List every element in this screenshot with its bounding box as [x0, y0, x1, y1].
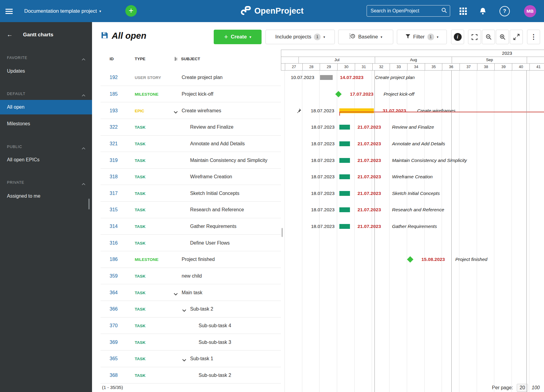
work-package-id-link[interactable]: 316 [110, 240, 118, 246]
table-row[interactable]: 316TASKDefine User Flows [92, 235, 281, 251]
table-row[interactable]: 186MILESTONEProject finished [92, 251, 281, 268]
chevron-up-icon[interactable] [82, 145, 85, 148]
sidebar-section-default[interactable]: DEFAULT [7, 92, 25, 96]
gantt-bar[interactable] [339, 224, 350, 229]
gantt-bar[interactable] [339, 108, 374, 113]
create-button[interactable]: + Create ▾ [214, 30, 262, 44]
milestone-diamond[interactable] [407, 256, 413, 263]
work-package-id-link[interactable]: 364 [110, 290, 118, 295]
work-package-id-link[interactable]: 318 [110, 174, 118, 180]
save-icon[interactable] [101, 32, 108, 40]
work-package-id-link[interactable]: 369 [110, 340, 118, 345]
milestone-diamond[interactable] [335, 91, 341, 97]
collapse-children-icon[interactable] [182, 357, 186, 360]
work-package-subject[interactable]: Sub-sub-task 4 [199, 323, 231, 328]
gantt-bar[interactable] [339, 125, 350, 130]
gantt-bar[interactable] [339, 158, 350, 163]
work-package-id-link[interactable]: 365 [110, 356, 118, 361]
table-row[interactable]: 365TASKSub-task 1 [92, 351, 281, 367]
table-row[interactable]: 185MILESTONEProject kick-off [92, 86, 281, 103]
table-row[interactable]: 321TASKAnnotate and Add Details [92, 136, 281, 152]
gantt-bar[interactable] [339, 207, 350, 212]
chevron-up-icon[interactable] [82, 92, 85, 95]
work-package-subject[interactable]: Sub-task 1 [190, 356, 213, 361]
global-add-button[interactable]: + [125, 5, 137, 17]
work-package-subject[interactable]: Project kick-off [182, 91, 213, 97]
view-title-text[interactable]: All open [112, 31, 146, 41]
work-package-subject[interactable]: Main task [182, 290, 202, 295]
work-package-subject[interactable]: Create wireframes [182, 108, 221, 114]
project-selector[interactable]: Documentation template project ▾ [24, 0, 101, 22]
search-input[interactable] [370, 8, 441, 14]
back-arrow-icon[interactable]: ← [7, 31, 13, 38]
work-package-subject[interactable]: Sketch Initial Concepts [190, 191, 239, 196]
table-row[interactable]: 318TASKWireframe Creation [92, 169, 281, 185]
column-header-id[interactable]: ID [110, 57, 114, 61]
work-package-id-link[interactable]: 321 [110, 141, 118, 147]
sidebar-item-updates[interactable]: Updates [0, 64, 92, 78]
work-package-subject[interactable]: Gather Requirements [190, 224, 236, 229]
work-package-id-link[interactable]: 359 [110, 273, 118, 279]
work-package-id-link[interactable]: 315 [110, 207, 118, 212]
table-row[interactable]: 322TASKReview and Finalize [92, 119, 281, 136]
work-package-id-link[interactable]: 314 [110, 224, 118, 229]
work-package-id-link[interactable]: 370 [110, 323, 118, 328]
gantt-bar[interactable] [339, 174, 350, 179]
global-search[interactable] [367, 5, 450, 17]
table-row[interactable]: 319TASKMaintain Consistency and Simplici… [92, 152, 281, 169]
work-package-subject[interactable]: Sub-task 2 [190, 306, 213, 312]
work-package-subject[interactable]: Sub-sub-task 2 [199, 373, 231, 378]
work-package-subject[interactable]: Create project plan [182, 75, 223, 80]
collapse-children-icon[interactable] [182, 308, 186, 311]
sidebar-section-favorite[interactable]: FAVORITE [7, 56, 27, 60]
table-row[interactable]: 317TASKSketch Initial Concepts [92, 185, 281, 202]
gantt-bar[interactable] [339, 191, 350, 196]
work-package-subject[interactable]: Define User Flows [190, 240, 230, 246]
help-icon[interactable]: ? [499, 0, 510, 22]
sidebar-section-private[interactable]: PRIVATE [7, 180, 24, 185]
table-row[interactable]: 359TASKnew child [92, 268, 281, 285]
collapse-children-icon[interactable] [174, 291, 178, 294]
table-row[interactable]: 193EPICCreate wireframes [92, 102, 281, 119]
table-gantt-resize-handle[interactable] [282, 228, 283, 237]
chevron-up-icon[interactable] [82, 181, 85, 183]
work-package-id-link[interactable]: 192 [110, 75, 118, 80]
work-package-subject[interactable]: Sub-sub-task 3 [199, 340, 231, 345]
user-avatar[interactable]: MB [524, 0, 536, 22]
table-row[interactable]: 364TASKMain task [92, 284, 281, 301]
work-package-id-link[interactable]: 319 [110, 158, 118, 163]
chevron-up-icon[interactable] [82, 56, 85, 59]
work-package-id-link[interactable]: 322 [110, 124, 118, 130]
work-package-id-link[interactable]: 186 [110, 257, 118, 262]
sidebar-section-public[interactable]: PUBLIC [7, 145, 22, 149]
work-package-subject[interactable]: Maintain Consistency and Simplicity [190, 158, 267, 163]
gantt-bar[interactable] [320, 75, 333, 80]
table-row[interactable]: 192USER STORYCreate project plan [92, 69, 281, 86]
work-package-subject[interactable]: Research and Reference [190, 207, 244, 212]
table-row[interactable]: 370TASKSub-sub-task 4 [92, 318, 281, 334]
work-package-subject[interactable]: Annotate and Add Details [190, 141, 245, 147]
table-row[interactable]: 314TASKGather Requirements [92, 218, 281, 235]
column-header-type[interactable]: TYPE [135, 57, 145, 61]
hamburger-menu-icon[interactable] [5, 8, 13, 14]
table-row[interactable]: 315TASKResearch and Reference [92, 202, 281, 218]
sidebar-item-milestones[interactable]: Milestones [0, 117, 92, 131]
column-header-subject[interactable]: SUBJECT [181, 57, 200, 61]
sidebar-item-assigned-to-me[interactable]: Assigned to me [0, 189, 92, 203]
work-package-id-link[interactable]: 185 [110, 91, 118, 97]
apps-grid-icon[interactable] [460, 0, 467, 22]
search-icon[interactable] [441, 8, 447, 14]
work-package-subject[interactable]: Review and Finalize [190, 124, 233, 130]
gantt-bar[interactable] [339, 141, 350, 146]
work-package-subject[interactable]: Project finished [182, 257, 215, 262]
work-package-id-link[interactable]: 193 [110, 108, 118, 114]
hierarchy-icon[interactable] [174, 57, 178, 62]
sidebar-item-all-open[interactable]: All open [0, 100, 92, 114]
notifications-bell-icon[interactable] [479, 0, 486, 22]
table-row[interactable]: 368TASKSub-sub-task 2 [92, 367, 281, 384]
collapse-children-icon[interactable] [174, 109, 178, 112]
work-package-id-link[interactable]: 368 [110, 373, 118, 378]
table-row[interactable]: 366TASKSub-task 2 [92, 301, 281, 318]
work-package-subject[interactable]: Wireframe Creation [190, 174, 232, 180]
table-row[interactable]: 369TASKSub-sub-task 3 [92, 334, 281, 351]
